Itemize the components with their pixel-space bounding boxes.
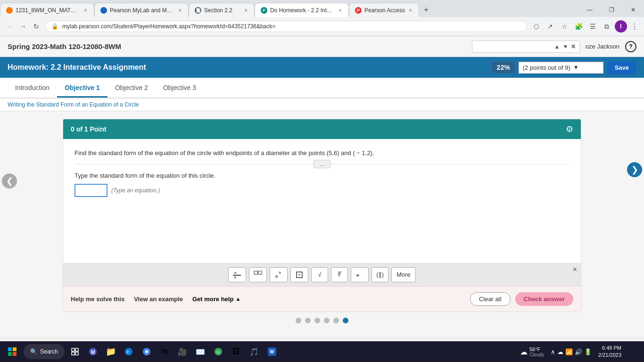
tab-title-5: Pearson Access: [364, 7, 405, 14]
page-dot-2[interactable]: [305, 318, 311, 323]
help-me-solve-link[interactable]: Help me solve this: [71, 296, 124, 303]
tab-close-3[interactable]: ×: [243, 6, 248, 15]
page-dot-3[interactable]: [314, 318, 320, 323]
action-bar: Help me solve this View an example Get m…: [63, 286, 581, 312]
tab-introduction[interactable]: Introduction: [8, 79, 57, 98]
clock-date: 2/21/2023: [598, 352, 621, 359]
svg-text:a: a: [275, 274, 278, 279]
volume-icon[interactable]: 🔊: [575, 348, 582, 355]
math-btn-fraction2[interactable]: [249, 267, 267, 282]
tab-close-4[interactable]: ×: [338, 6, 343, 15]
browser-menu-button[interactable]: ⋮: [629, 20, 640, 33]
word-icon[interactable]: W: [264, 344, 280, 359]
page-dot-6[interactable]: [343, 318, 348, 323]
reload-button[interactable]: ↻: [30, 20, 42, 33]
taskbar-search[interactable]: 🔍 Search: [24, 344, 65, 359]
minimize-button[interactable]: —: [579, 3, 601, 17]
page-dots: [8, 312, 636, 329]
share-icon[interactable]: ↗: [544, 20, 556, 33]
search-input[interactable]: [476, 43, 552, 50]
tab-close-2[interactable]: ×: [177, 6, 182, 15]
svg-text:G: G: [216, 350, 220, 354]
tab-objective3[interactable]: Objective 3: [156, 79, 204, 98]
tab-close-1[interactable]: ×: [83, 6, 88, 15]
edge-icon[interactable]: e: [121, 344, 136, 359]
chrome-icon[interactable]: [139, 344, 154, 359]
toolbar-close-button[interactable]: ×: [573, 265, 577, 274]
close-button[interactable]: ✕: [622, 3, 644, 17]
extension-icon[interactable]: 🧩: [572, 20, 585, 33]
url-bar[interactable]: 🔒 mylab.pearson.com/Student/PlayerHomewo…: [45, 21, 527, 32]
bookmark-icon[interactable]: ☆: [558, 20, 570, 33]
nav-buttons: ← → ↻: [4, 20, 42, 33]
tab-title-3: Section 2.2: [204, 7, 240, 14]
page-dot-5[interactable]: [333, 318, 339, 323]
math-btn-sqrt[interactable]: √: [311, 267, 328, 282]
expand-tray-icon[interactable]: ∧: [551, 348, 555, 355]
tab-close-5[interactable]: ×: [408, 6, 413, 15]
music-icon[interactable]: 🎵: [247, 344, 262, 359]
tab-objective2[interactable]: Objective 2: [107, 79, 156, 98]
help-button[interactable]: ?: [625, 41, 636, 52]
tab-section22[interactable]: 📄 Section 2.2 ×: [189, 3, 255, 17]
math-btn-cbrt[interactable]: ∛: [331, 267, 348, 282]
screenshot-icon[interactable]: ⬡: [530, 20, 542, 33]
prev-question-button[interactable]: ❮: [2, 173, 17, 189]
card-body: Find the standard form of the equation o…: [63, 139, 581, 206]
check-answer-button[interactable]: Check answer: [515, 292, 573, 306]
task-view-button[interactable]: [67, 344, 83, 359]
split-screen-icon[interactable]: ⧉: [601, 20, 613, 33]
zoom-icon[interactable]: 🎥: [175, 344, 190, 359]
view-example-link[interactable]: View an example: [134, 296, 183, 303]
svg-rect-13: [13, 352, 17, 356]
spring-header: Spring 2023-Math 120-12080-8WM ▲ ▼ × oze…: [0, 36, 644, 57]
start-button[interactable]: [4, 343, 21, 360]
math-btn-fraction[interactable]: ab: [228, 267, 246, 282]
search-popup-close[interactable]: ×: [571, 42, 575, 51]
search-popup-up[interactable]: ▲: [554, 43, 560, 50]
notifications-button[interactable]: [628, 341, 640, 362]
gear-icon[interactable]: ⚙: [566, 124, 573, 134]
new-tab-button[interactable]: +: [419, 3, 433, 17]
back-button[interactable]: ←: [4, 20, 16, 33]
profile-avatar[interactable]: I: [615, 20, 627, 33]
weather-temp: 56°F: [529, 346, 544, 352]
math-btn-superscript[interactable]: ab: [270, 267, 288, 282]
taskbar-search-label: Search: [40, 348, 58, 355]
mail-icon[interactable]: ✉️: [193, 344, 208, 359]
files-icon[interactable]: 📁: [103, 344, 118, 359]
maps-icon[interactable]: G: [211, 344, 226, 359]
tab-pearson-mylab[interactable]: Pearson MyLab and Masterin... ×: [94, 3, 189, 17]
store-icon[interactable]: 🛍: [157, 344, 172, 359]
action-left: Help me solve this View an example Get m…: [71, 296, 240, 303]
math-more-button[interactable]: More: [391, 267, 416, 282]
get-more-help-button[interactable]: Get more help ▲: [192, 296, 240, 303]
expand-button[interactable]: ...: [314, 160, 330, 168]
weather-icon: ☁: [520, 347, 528, 356]
math-btn-subscript[interactable]: [290, 267, 308, 282]
tab-do-homework[interactable]: P Do Homework - 2.2 Interacti... ×: [255, 3, 349, 17]
tab-objective1[interactable]: Objective 1: [57, 79, 107, 98]
page-dot-1[interactable]: [296, 318, 301, 323]
page-dot-4[interactable]: [324, 318, 330, 323]
photos-icon[interactable]: 🖼: [229, 344, 244, 359]
profile-settings-icon[interactable]: ☰: [586, 20, 599, 33]
equation-input-box[interactable]: [74, 184, 107, 197]
math-btn-abs[interactable]: (∥): [372, 267, 388, 282]
breadcrumb-link[interactable]: Writing the Standard Form of an Equation…: [8, 101, 139, 108]
tab-1231[interactable]: 1231_8WM_ON_MATH120_1... ×: [0, 3, 94, 17]
teams-icon[interactable]: M: [85, 344, 100, 359]
svg-text:a: a: [234, 271, 236, 274]
maximize-button[interactable]: ❐: [601, 3, 622, 17]
tab-pearson-access[interactable]: P Pearson Access ×: [349, 3, 419, 17]
save-button[interactable]: Save: [607, 61, 636, 74]
clear-all-button[interactable]: Clear all: [470, 292, 511, 306]
next-question-button[interactable]: ❯: [627, 162, 642, 177]
time-display[interactable]: 6:48 PM 2/21/2023: [594, 345, 625, 359]
search-popup-down[interactable]: ▼: [563, 43, 569, 50]
score-label: 0 of 1 Point: [71, 125, 106, 133]
math-btn-misc[interactable]: ≐: [351, 267, 369, 282]
points-dropdown[interactable]: (2 points out of 9) ▼: [519, 62, 603, 74]
forward-button[interactable]: →: [17, 20, 29, 33]
tab-favicon-2: [100, 7, 107, 14]
